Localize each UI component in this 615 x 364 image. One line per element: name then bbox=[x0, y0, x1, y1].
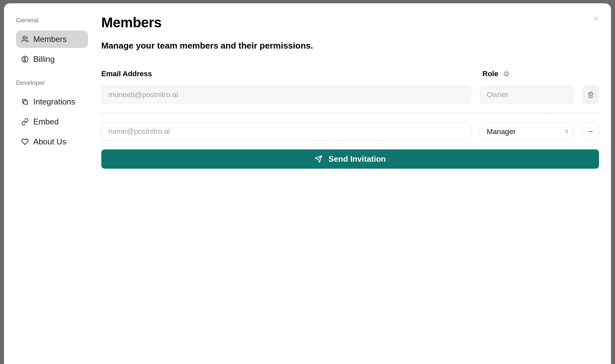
page-subtitle: Manage your team members and their permi… bbox=[101, 41, 599, 51]
sidebar-item-embed[interactable]: Embed bbox=[16, 113, 88, 130]
invite-row: Manager Editor Viewer bbox=[101, 122, 599, 141]
copy-icon bbox=[21, 98, 29, 105]
settings-modal: General Members Billing Developer Integr… bbox=[4, 3, 611, 364]
sidebar-item-label: Members bbox=[33, 35, 67, 44]
sidebar-item-label: Embed bbox=[33, 117, 59, 126]
remove-invite-button[interactable] bbox=[582, 122, 599, 141]
trash-icon bbox=[587, 91, 594, 98]
svg-point-7 bbox=[506, 73, 506, 73]
email-header: Email Address bbox=[101, 70, 473, 78]
sidebar-item-members[interactable]: Members bbox=[16, 31, 88, 48]
owner-email-input bbox=[101, 86, 471, 104]
sidebar-item-label: Integrations bbox=[33, 97, 75, 106]
minus-icon bbox=[588, 128, 594, 134]
invite-role-select[interactable]: Manager Editor Viewer bbox=[480, 122, 574, 141]
heart-icon bbox=[21, 138, 29, 145]
dollar-icon bbox=[21, 56, 29, 63]
section-label-developer: Developer bbox=[16, 79, 88, 87]
form-headers: Email Address Role bbox=[101, 70, 599, 78]
sidebar-item-integrations[interactable]: Integrations bbox=[16, 93, 88, 110]
close-icon bbox=[592, 15, 599, 22]
info-icon[interactable] bbox=[502, 70, 510, 78]
sidebar-item-billing[interactable]: Billing bbox=[16, 51, 88, 68]
link-icon bbox=[21, 118, 29, 125]
row-divider bbox=[101, 113, 599, 113]
svg-rect-2 bbox=[24, 100, 27, 104]
page-title: Members bbox=[101, 15, 599, 31]
svg-point-0 bbox=[23, 37, 25, 39]
close-button[interactable] bbox=[590, 13, 601, 24]
settings-sidebar: General Members Billing Developer Integr… bbox=[4, 3, 94, 364]
section-label-general: General bbox=[16, 17, 88, 24]
send-icon bbox=[314, 155, 322, 163]
sidebar-item-label: Billing bbox=[33, 55, 55, 64]
send-button-label: Send Invitation bbox=[328, 154, 386, 164]
role-header-label: Role bbox=[482, 70, 498, 78]
delete-owner-button[interactable] bbox=[582, 86, 599, 104]
invite-email-input[interactable] bbox=[101, 122, 471, 141]
users-icon bbox=[21, 36, 29, 43]
sidebar-item-label: About Us bbox=[33, 137, 66, 146]
send-invitation-button[interactable]: Send Invitation bbox=[101, 149, 599, 169]
owner-row bbox=[101, 86, 599, 104]
settings-main: Members Manage your team members and the… bbox=[94, 3, 611, 364]
owner-role-select bbox=[480, 86, 574, 104]
sidebar-item-about-us[interactable]: About Us bbox=[16, 133, 88, 150]
role-header: Role bbox=[482, 70, 599, 78]
